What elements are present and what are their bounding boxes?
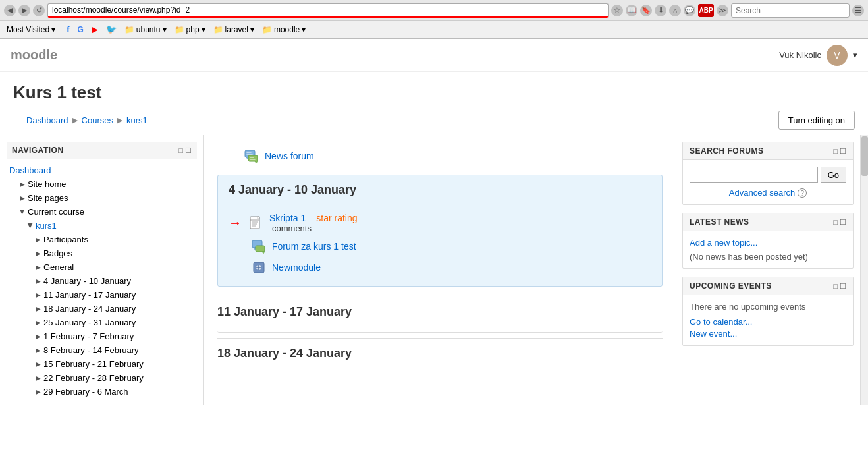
latest-news-collapse[interactable]: □ [833, 218, 838, 227]
nav-jan11-arrow[interactable]: ▶ [36, 291, 41, 298]
most-visited-bookmark[interactable]: Most Visited ▾ [4, 24, 58, 36]
page-scrollbar[interactable] [860, 135, 868, 405]
bookmark-star[interactable]: ☆ [611, 5, 623, 16]
search-forums-go-button[interactable]: Go [821, 167, 846, 183]
nav-current-course-label: Current course [28, 207, 84, 217]
laravel-arrow: ▾ [250, 25, 254, 34]
firefox-icon-bookmark[interactable]: f [64, 23, 72, 36]
nav-site-pages-arrow[interactable]: ▶ [20, 194, 25, 202]
most-visited-label: Most Visited [7, 25, 49, 34]
nav-item-general[interactable]: ▶ General [7, 260, 197, 274]
moodle-logo[interactable]: moodle [11, 47, 57, 63]
nav-item-participants[interactable]: ▶ Participants [7, 233, 197, 246]
nav-item-jan4[interactable]: ▶ 4 January - 10 January [7, 274, 197, 288]
home-icon[interactable]: ⌂ [669, 5, 681, 16]
nav-feb22-arrow[interactable]: ▶ [36, 374, 41, 381]
nav-item-dashboard[interactable]: Dashboard [7, 163, 197, 177]
forward-button[interactable]: ▶ [18, 5, 30, 16]
nav-item-feb29[interactable]: ▶ 29 February - 6 March [7, 385, 197, 399]
user-avatar[interactable]: V [827, 45, 848, 66]
new-event-link[interactable]: New event... [690, 329, 846, 339]
nav-current-course-arrow[interactable]: ▶ [19, 210, 26, 215]
nav-site-pages-label: Site pages [28, 193, 68, 203]
search-forums-controls: □ ☐ [833, 147, 846, 155]
nav-item-feb15[interactable]: ▶ 15 February - 21 February [7, 357, 197, 371]
forum-kurs1-link[interactable]: Forum za kurs 1 test [272, 241, 356, 252]
ubuntu-bookmark[interactable]: 📁 ubuntu ▾ [122, 24, 169, 36]
nav-jan25-arrow[interactable]: ▶ [36, 319, 41, 326]
nav-kurs1-link[interactable]: kurs1 [36, 221, 57, 231]
nav-participants-arrow[interactable]: ▶ [36, 236, 41, 243]
upcoming-events-collapse[interactable]: □ [833, 282, 838, 291]
reload-button[interactable]: ↺ [33, 5, 45, 16]
extensions-icon[interactable]: ≫ [717, 5, 728, 16]
nav-item-feb1[interactable]: ▶ 1 February - 7 February [7, 329, 197, 343]
svg-rect-16 [256, 246, 265, 252]
nav-item-site-home[interactable]: ▶ Site home [7, 177, 197, 191]
menu-button[interactable]: ☰ [852, 5, 864, 16]
php-label: php [186, 25, 200, 34]
nav-item-badges[interactable]: ▶ Badges [7, 246, 197, 260]
skripta1-link[interactable]: Skripta 1 [269, 213, 306, 223]
download-icon[interactable]: ⬇ [655, 5, 666, 16]
navigation-block-header: NAVIGATION □ ☐ [7, 142, 197, 159]
breadcrumb-dashboard[interactable]: Dashboard [26, 115, 68, 125]
reading-mode[interactable]: 📖 [626, 5, 637, 16]
news-forum-link[interactable]: News forum [265, 151, 314, 161]
browser-search-input[interactable] [731, 3, 850, 18]
nav-item-site-pages[interactable]: ▶ Site pages [7, 191, 197, 205]
search-forums-collapse[interactable]: □ [833, 147, 838, 155]
nav-jan4-arrow[interactable]: ▶ [36, 277, 41, 285]
bookmarks-bar: Most Visited ▾ f G ▶ 🐦 📁 ubuntu ▾ 📁 php … [0, 21, 868, 38]
nav-item-current-course[interactable]: ▶ Current course [7, 205, 197, 219]
nav-collapse-btn[interactable]: □ [178, 146, 183, 155]
user-area: Vuk Nikolic V ▾ [779, 45, 857, 66]
nav-item-feb8[interactable]: ▶ 8 February - 14 February [7, 343, 197, 357]
nav-item-jan18[interactable]: ▶ 18 January - 24 January [7, 302, 197, 316]
laravel-bookmark[interactable]: 📁 laravel ▾ [211, 24, 257, 36]
url-bar[interactable] [47, 3, 609, 18]
nav-feb15-arrow[interactable]: ▶ [36, 360, 41, 368]
twitter-bookmark[interactable]: 🐦 [103, 23, 119, 36]
nav-item-jan25[interactable]: ▶ 25 January - 31 January [7, 316, 197, 329]
search-forums-content: Go Advanced search ? [683, 160, 853, 204]
php-bookmark[interactable]: 📁 php ▾ [172, 24, 208, 36]
breadcrumb-kurs1[interactable]: kurs1 [126, 115, 148, 125]
moodle-bookmark[interactable]: 📁 moodle ▾ [259, 24, 308, 36]
nav-feb29-arrow[interactable]: ▶ [36, 388, 41, 395]
nav-site-home-arrow[interactable]: ▶ [20, 181, 25, 188]
youtube-bookmark[interactable]: ▶ [89, 23, 101, 36]
search-forums-input[interactable] [690, 167, 818, 183]
nav-feb1-arrow[interactable]: ▶ [36, 333, 41, 340]
nav-general-arrow[interactable]: ▶ [36, 264, 41, 271]
latest-news-controls: □ ☐ [833, 218, 846, 227]
user-dropdown-arrow[interactable]: ▾ [853, 50, 857, 60]
scrollbar-thumb[interactable] [861, 136, 868, 176]
nav-badges-arrow[interactable]: ▶ [36, 250, 41, 257]
no-upcoming-events-text: There are no upcoming events [690, 302, 846, 312]
back-button[interactable]: ◀ [4, 5, 16, 16]
nav-item-kurs1[interactable]: ▶ kurs1 [7, 219, 197, 233]
latest-news-config[interactable]: ☐ [840, 218, 846, 227]
nav-config-btn[interactable]: ☐ [185, 146, 192, 155]
search-forums-config[interactable]: ☐ [840, 147, 846, 155]
pocket-icon[interactable]: 🔖 [640, 5, 652, 16]
nav-item-jan11[interactable]: ▶ 11 January - 17 January [7, 288, 197, 302]
chat-icon[interactable]: 💬 [684, 5, 695, 16]
google-bookmark[interactable]: G [74, 24, 86, 36]
turn-editing-on-button[interactable]: Turn editing on [778, 111, 855, 130]
nav-kurs1-arrow[interactable]: ▶ [27, 223, 34, 229]
nav-dashboard-link[interactable]: Dashboard [9, 165, 51, 175]
add-new-topic-link[interactable]: Add a new topic... [690, 238, 757, 248]
breadcrumb-courses[interactable]: Courses [82, 115, 113, 125]
newmodule-link[interactable]: Newmodule [272, 262, 321, 273]
upcoming-events-config[interactable]: ☐ [840, 282, 846, 291]
go-to-calendar-link[interactable]: Go to calendar... [690, 317, 846, 327]
content-layout: NAVIGATION □ ☐ Dashboard ▶ Site home ▶ S [0, 135, 868, 405]
php-folder-icon: 📁 [175, 25, 184, 34]
nav-feb8-arrow[interactable]: ▶ [36, 347, 41, 354]
nav-item-feb22[interactable]: ▶ 22 February - 28 February [7, 371, 197, 385]
advanced-search-link[interactable]: Advanced search ? [690, 188, 846, 198]
facebook-icon: f [67, 24, 69, 34]
nav-jan18-arrow[interactable]: ▶ [36, 305, 41, 312]
